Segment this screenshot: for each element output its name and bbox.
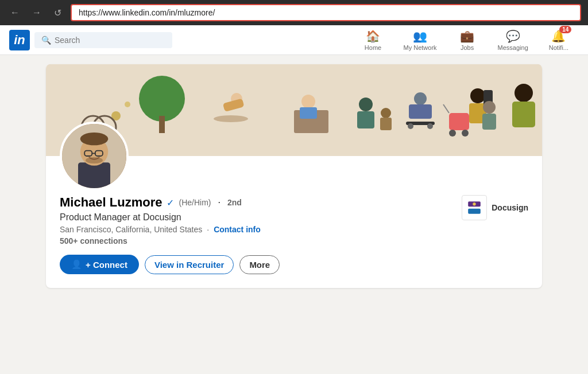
contact-info-link[interactable]: Contact info bbox=[214, 225, 261, 234]
profile-info: Docusign Michael Luzmore ✓ (He/Him) · 2n… bbox=[46, 156, 542, 288]
svg-point-12 bbox=[408, 123, 413, 129]
pronouns: (He/Him) bbox=[179, 198, 211, 207]
nav-notifications[interactable]: 🔔 14 Notifi... bbox=[539, 25, 579, 55]
svg-point-21 bbox=[381, 108, 391, 118]
name-row: Michael Luzmore ✓ (He/Him) · 2nd bbox=[60, 195, 528, 210]
jobs-label: Jobs bbox=[461, 44, 474, 51]
svg-rect-43 bbox=[468, 209, 481, 214]
nav-jobs[interactable]: 💼 Jobs bbox=[447, 25, 488, 55]
nav-items: 🏠 Home 👥 My Network 💼 Jobs 💬 Messaging 🔔 bbox=[353, 25, 579, 54]
network-icon: 👥 bbox=[413, 29, 427, 43]
svg-rect-34 bbox=[78, 162, 110, 190]
svg-rect-2 bbox=[159, 116, 165, 133]
svg-point-40 bbox=[86, 157, 103, 163]
location-row: San Francisco, California, United States… bbox=[60, 225, 528, 234]
refresh-button[interactable]: ↺ bbox=[51, 5, 65, 21]
company-logo-row: Docusign bbox=[462, 195, 528, 220]
svg-rect-10 bbox=[409, 104, 432, 119]
home-label: Home bbox=[365, 44, 381, 51]
svg-point-7 bbox=[301, 95, 315, 108]
verified-icon: ✓ bbox=[167, 197, 174, 208]
home-icon: 🏠 bbox=[366, 29, 380, 43]
connect-label: + Connect bbox=[86, 260, 127, 270]
degree-badge: 2nd bbox=[227, 198, 242, 207]
notifications-label: Notifi... bbox=[549, 44, 568, 51]
svg-rect-22 bbox=[380, 118, 392, 130]
nav-home[interactable]: 🏠 Home bbox=[353, 25, 393, 55]
network-label: My Network bbox=[404, 44, 437, 51]
location-text: San Francisco, California, United States bbox=[60, 225, 202, 234]
svg-point-3 bbox=[214, 115, 248, 122]
job-title: Product Manager at Docusign bbox=[60, 212, 528, 223]
company-logo[interactable] bbox=[462, 195, 487, 220]
nav-my-network[interactable]: 👥 My Network bbox=[393, 25, 447, 55]
messaging-label: Messaging bbox=[498, 44, 528, 51]
degree-separator: · bbox=[218, 197, 220, 208]
location-separator: · bbox=[207, 225, 209, 234]
connections-count: 500+ connections bbox=[60, 236, 528, 246]
search-input[interactable] bbox=[55, 36, 165, 45]
svg-point-27 bbox=[483, 101, 496, 114]
profile-name: Michael Luzmore bbox=[60, 195, 162, 210]
avatar-container bbox=[60, 122, 129, 190]
svg-point-14 bbox=[470, 88, 485, 103]
profile-avatar bbox=[60, 122, 129, 190]
svg-point-36 bbox=[80, 133, 109, 145]
search-icon: 🔍 bbox=[41, 36, 51, 45]
svg-rect-20 bbox=[357, 111, 374, 128]
svg-point-13 bbox=[427, 123, 433, 129]
svg-rect-23 bbox=[449, 113, 469, 130]
main-content: Docusign Michael Luzmore ✓ (He/Him) · 2n… bbox=[0, 55, 588, 297]
svg-rect-41 bbox=[464, 197, 485, 218]
profile-details: Michael Luzmore ✓ (He/Him) · 2nd Product… bbox=[60, 156, 528, 274]
company-name-label: Docusign bbox=[492, 203, 528, 212]
svg-point-17 bbox=[514, 84, 533, 102]
connect-icon: 👤 bbox=[71, 259, 82, 270]
svg-rect-8 bbox=[300, 107, 317, 119]
search-container[interactable]: 🔍 bbox=[34, 32, 172, 48]
more-button[interactable]: More bbox=[239, 255, 280, 274]
svg-point-9 bbox=[414, 92, 427, 105]
svg-point-30 bbox=[125, 102, 130, 107]
jobs-icon: 💼 bbox=[460, 29, 474, 43]
linkedin-logo[interactable]: in bbox=[9, 30, 30, 50]
messaging-icon: 💬 bbox=[506, 29, 520, 43]
action-buttons: 👤 + Connect View in Recruiter More bbox=[60, 255, 528, 274]
svg-point-19 bbox=[359, 98, 373, 111]
nav-messaging[interactable]: 💬 Messaging bbox=[488, 25, 539, 55]
svg-point-1 bbox=[139, 76, 185, 122]
back-button[interactable]: ← bbox=[7, 5, 23, 20]
svg-rect-18 bbox=[512, 102, 535, 127]
view-recruiter-button[interactable]: View in Recruiter bbox=[145, 255, 234, 274]
svg-point-25 bbox=[462, 130, 469, 137]
forward-button[interactable]: → bbox=[29, 5, 45, 20]
linkedin-navbar: in 🔍 🏠 Home 👥 My Network 💼 Jobs 💬 bbox=[0, 25, 588, 55]
address-bar[interactable] bbox=[71, 4, 581, 21]
connect-button[interactable]: 👤 + Connect bbox=[60, 255, 139, 274]
notifications-badge: 14 bbox=[559, 26, 571, 33]
svg-point-44 bbox=[473, 202, 476, 205]
svg-rect-28 bbox=[482, 114, 496, 130]
svg-point-24 bbox=[449, 130, 456, 137]
logo-text: in bbox=[14, 34, 25, 46]
browser-chrome: ← → ↺ bbox=[0, 0, 588, 25]
profile-card: Docusign Michael Luzmore ✓ (He/Him) · 2n… bbox=[46, 64, 542, 288]
